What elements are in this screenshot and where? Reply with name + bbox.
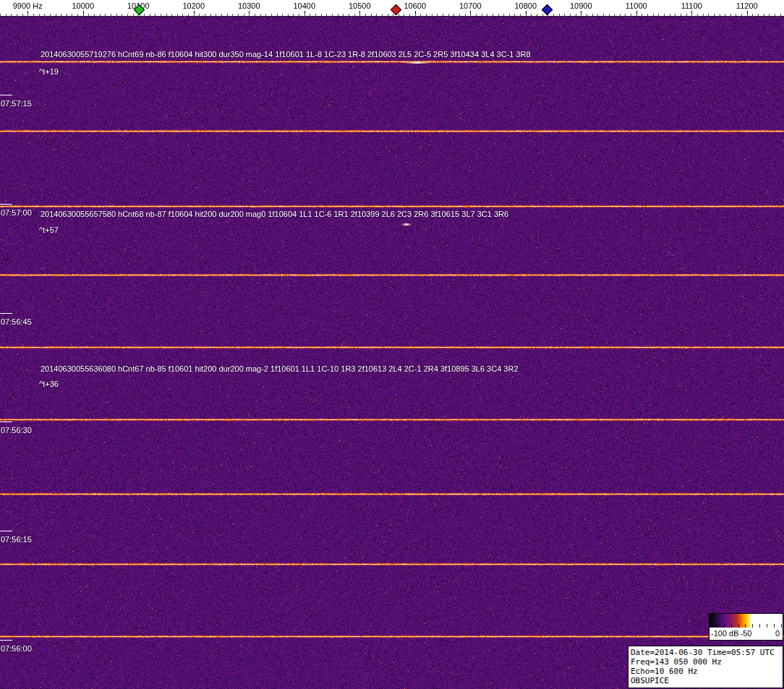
freq-tick-label: 10500	[349, 1, 371, 10]
freq-major-tick	[691, 11, 692, 16]
freq-major-tick	[249, 11, 250, 16]
freq-major-tick	[581, 11, 581, 16]
freq-tick-label: 10400	[293, 1, 315, 10]
freq-major-tick	[304, 11, 305, 16]
color-scale-labels: -100 dB -50 0	[710, 628, 783, 640]
freq-major-tick	[415, 11, 416, 16]
scale-label-max: 0	[775, 628, 780, 639]
frequency-ruler: 9900 Hz100001010010200103001040010500106…	[0, 0, 784, 17]
freq-major-tick	[27, 11, 28, 16]
freq-tick-label: 10200	[182, 1, 205, 10]
color-scale-bar	[710, 614, 783, 628]
db-scale-legend: -100 dB -50 0	[709, 613, 783, 641]
freq-major-tick	[470, 11, 471, 16]
info-frequency: Freq=143 050 000 Hz	[631, 657, 780, 667]
freq-major-tick	[359, 11, 360, 16]
info-date-time: Date=2014-06-30 Time=05:57 UTC	[631, 648, 780, 657]
info-box: Date=2014-06-30 Time=05:57 UTC Freq=143 …	[628, 646, 783, 688]
freq-major-tick	[194, 11, 195, 16]
freq-tick-label: 10700	[459, 1, 482, 10]
freq-tick-label: 9900 Hz	[13, 1, 43, 10]
freq-major-tick	[747, 11, 748, 16]
spectrogram-canvas	[0, 16, 784, 689]
info-station: OBSUPICE	[631, 676, 780, 685]
freq-major-tick	[636, 11, 637, 16]
freq-tick-label: 10900	[570, 1, 592, 10]
scale-label-mid: -50	[741, 628, 752, 639]
info-echo: Echo=10 600 Hz	[631, 667, 780, 676]
freq-major-tick	[83, 11, 84, 16]
freq-tick-label: 10000	[72, 1, 94, 10]
freq-tick-label: 10600	[404, 1, 426, 10]
scale-label-min: -100 dB	[711, 628, 739, 639]
freq-tick-label: 10300	[238, 1, 260, 10]
freq-major-tick	[526, 11, 527, 16]
freq-tick-label: 11200	[736, 1, 758, 10]
freq-tick-label: 10800	[514, 1, 537, 10]
spectrogram-app: 9900 Hz100001010010200103001040010500106…	[0, 0, 784, 689]
red-frequency-marker[interactable]	[391, 4, 402, 16]
freq-tick-label: 11000	[626, 1, 647, 10]
freq-tick-label: 11100	[681, 1, 702, 10]
blue-frequency-marker[interactable]	[542, 4, 553, 16]
